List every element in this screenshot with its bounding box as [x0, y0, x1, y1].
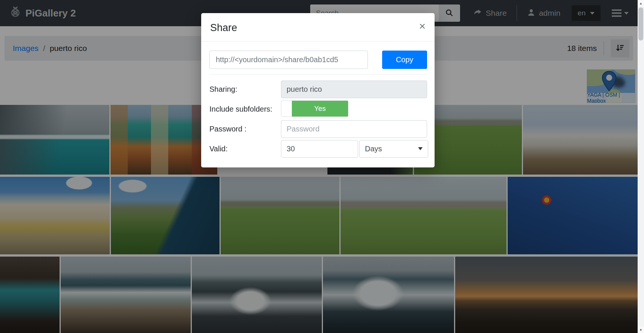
share-modal-body: Copy Sharing: Include subfolders: Yes Pa…: [201, 42, 435, 167]
sharing-name-field: [281, 81, 427, 98]
toggle-yes-segment[interactable]: Yes: [292, 101, 348, 116]
scrollbar-up-arrow[interactable]: ▲: [638, 0, 644, 6]
share-modal: Share × Copy Sharing: Include subfolders…: [201, 13, 435, 167]
toggle-off-segment[interactable]: [281, 101, 292, 116]
close-icon[interactable]: ×: [419, 22, 426, 30]
share-url-row: Copy: [209, 51, 427, 69]
scrollbar-thumb[interactable]: [638, 7, 643, 40]
valid-row: Valid: Days: [209, 140, 427, 158]
share-url-input[interactable]: [209, 51, 368, 69]
scrollbar[interactable]: ▲ ▼: [638, 0, 644, 333]
include-subfolders-toggle[interactable]: Yes: [281, 100, 348, 117]
valid-label: Valid:: [209, 145, 281, 153]
sharing-row: Sharing:: [209, 81, 427, 98]
modal-divider: [209, 74, 427, 75]
sharing-label: Sharing:: [209, 85, 281, 94]
select-caret-icon: [418, 147, 423, 150]
subfolders-label: Include subfolders:: [209, 105, 281, 113]
password-row: Password :: [209, 120, 427, 138]
password-label: Password :: [209, 125, 281, 133]
valid-amount-input[interactable]: [281, 140, 358, 158]
share-modal-header: Share ×: [201, 13, 435, 42]
password-field[interactable]: [281, 120, 427, 138]
share-modal-title: Share: [210, 22, 237, 34]
valid-unit-value: Days: [365, 145, 382, 153]
valid-unit-select[interactable]: Days: [359, 140, 428, 158]
copy-button[interactable]: Copy: [382, 51, 427, 69]
scrollbar-down-arrow[interactable]: ▼: [638, 327, 644, 333]
subfolders-row: Include subfolders: Yes: [209, 100, 427, 118]
